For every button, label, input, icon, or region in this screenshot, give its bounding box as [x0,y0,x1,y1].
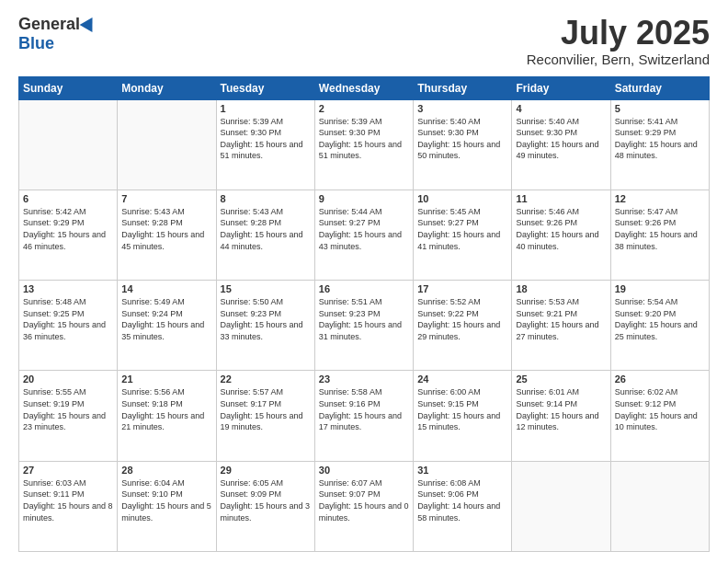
day-info: Sunrise: 5:50 AMSunset: 9:23 PMDaylight:… [221,297,303,341]
day-number: 4 [516,103,606,114]
day-info: Sunrise: 5:39 AMSunset: 9:30 PMDaylight:… [319,117,402,161]
day-info: Sunrise: 5:43 AMSunset: 9:28 PMDaylight:… [221,207,303,251]
calendar-header-row: SundayMondayTuesdayWednesdayThursdayFrid… [19,76,710,99]
day-number: 19 [615,283,705,294]
day-info: Sunrise: 6:05 AMSunset: 9:09 PMDaylight:… [221,478,311,523]
day-number: 21 [121,373,211,385]
day-number: 16 [319,283,409,294]
calendar-cell: 26Sunrise: 6:02 AMSunset: 9:12 PMDayligh… [610,371,709,461]
day-info: Sunrise: 6:01 AMSunset: 9:14 PMDaylight:… [516,387,598,431]
calendar-cell: 25Sunrise: 6:01 AMSunset: 9:14 PMDayligh… [512,371,610,461]
calendar-cell: 5Sunrise: 5:41 AMSunset: 9:29 PMDaylight… [610,99,709,190]
day-number: 5 [615,103,705,114]
day-number: 12 [615,193,705,204]
day-number: 22 [221,373,311,385]
calendar-cell: 1Sunrise: 5:39 AMSunset: 9:30 PMDaylight… [216,99,314,190]
calendar-header-monday: Monday [118,76,216,99]
day-info: Sunrise: 5:46 AMSunset: 9:26 PMDaylight:… [516,207,598,251]
calendar-cell: 18Sunrise: 5:53 AMSunset: 9:21 PMDayligh… [512,281,610,371]
calendar-header-wednesday: Wednesday [314,76,413,99]
day-info: Sunrise: 6:03 AMSunset: 9:11 PMDaylight:… [23,478,113,523]
calendar-cell: 29Sunrise: 6:05 AMSunset: 9:09 PMDayligh… [216,461,314,551]
logo-blue-text: Blue [18,34,54,53]
day-number: 18 [516,283,606,294]
calendar-cell: 19Sunrise: 5:54 AMSunset: 9:20 PMDayligh… [610,281,709,371]
day-info: Sunrise: 5:41 AMSunset: 9:29 PMDaylight:… [615,117,698,161]
calendar-week-4: 20Sunrise: 5:55 AMSunset: 9:19 PMDayligh… [19,371,710,461]
calendar-cell: 23Sunrise: 5:58 AMSunset: 9:16 PMDayligh… [314,371,413,461]
day-number: 25 [516,373,606,385]
day-number: 13 [23,283,113,294]
day-number: 14 [121,283,211,294]
day-info: Sunrise: 5:56 AMSunset: 9:18 PMDaylight:… [121,387,204,431]
day-number: 7 [121,193,211,204]
calendar-cell: 22Sunrise: 5:57 AMSunset: 9:17 PMDayligh… [216,371,314,461]
calendar-cell: 16Sunrise: 5:51 AMSunset: 9:23 PMDayligh… [314,281,413,371]
calendar-cell [118,99,216,190]
day-info: Sunrise: 5:40 AMSunset: 9:30 PMDaylight:… [516,117,598,161]
day-number: 20 [23,373,113,385]
location-subtitle: Reconvilier, Bern, Switzerland [527,52,710,67]
calendar-cell: 7Sunrise: 5:43 AMSunset: 9:28 PMDaylight… [118,190,216,280]
day-info: Sunrise: 5:43 AMSunset: 9:28 PMDaylight:… [121,207,204,251]
day-info: Sunrise: 5:47 AMSunset: 9:26 PMDaylight:… [615,207,698,251]
calendar-cell: 28Sunrise: 6:04 AMSunset: 9:10 PMDayligh… [118,461,216,551]
day-number: 29 [221,465,311,476]
day-number: 31 [417,465,507,476]
day-info: Sunrise: 5:45 AMSunset: 9:27 PMDaylight:… [417,207,500,251]
day-number: 17 [417,283,507,294]
month-year-title: July 2025 [527,15,710,52]
day-number: 30 [319,465,409,476]
day-info: Sunrise: 5:53 AMSunset: 9:21 PMDaylight:… [516,297,598,341]
day-info: Sunrise: 6:08 AMSunset: 9:06 PMDaylight:… [417,478,500,523]
calendar-cell: 20Sunrise: 5:55 AMSunset: 9:19 PMDayligh… [19,371,118,461]
calendar-cell: 13Sunrise: 5:48 AMSunset: 9:25 PMDayligh… [19,281,118,371]
day-info: Sunrise: 5:49 AMSunset: 9:24 PMDaylight:… [121,297,204,341]
calendar-cell: 10Sunrise: 5:45 AMSunset: 9:27 PMDayligh… [414,190,512,280]
day-number: 27 [23,465,113,476]
calendar-cell [512,461,610,551]
calendar-cell: 15Sunrise: 5:50 AMSunset: 9:23 PMDayligh… [216,281,314,371]
calendar-cell: 6Sunrise: 5:42 AMSunset: 9:29 PMDaylight… [19,190,118,280]
logo: General Blue [18,15,97,53]
calendar-cell: 4Sunrise: 5:40 AMSunset: 9:30 PMDaylight… [512,99,610,190]
day-info: Sunrise: 6:02 AMSunset: 9:12 PMDaylight:… [615,387,698,431]
page: General Blue July 2025 Reconvilier, Bern… [0,0,728,563]
day-number: 10 [417,193,507,204]
day-number: 23 [319,373,409,385]
day-info: Sunrise: 5:51 AMSunset: 9:23 PMDaylight:… [319,297,402,341]
day-number: 26 [615,373,705,385]
calendar-table: SundayMondayTuesdayWednesdayThursdayFrid… [18,76,710,552]
calendar-header-sunday: Sunday [19,76,118,99]
day-info: Sunrise: 5:48 AMSunset: 9:25 PMDaylight:… [23,297,106,341]
calendar-cell: 14Sunrise: 5:49 AMSunset: 9:24 PMDayligh… [118,281,216,371]
calendar-header-tuesday: Tuesday [216,76,314,99]
calendar-cell: 21Sunrise: 5:56 AMSunset: 9:18 PMDayligh… [118,371,216,461]
day-info: Sunrise: 5:52 AMSunset: 9:22 PMDaylight:… [417,297,500,341]
calendar-week-1: 1Sunrise: 5:39 AMSunset: 9:30 PMDaylight… [19,99,710,190]
calendar-cell: 11Sunrise: 5:46 AMSunset: 9:26 PMDayligh… [512,190,610,280]
calendar-header-saturday: Saturday [610,76,709,99]
day-info: Sunrise: 5:40 AMSunset: 9:30 PMDaylight:… [417,117,500,161]
calendar-week-3: 13Sunrise: 5:48 AMSunset: 9:25 PMDayligh… [19,281,710,371]
calendar-cell: 24Sunrise: 6:00 AMSunset: 9:15 PMDayligh… [414,371,512,461]
day-number: 24 [417,373,507,385]
calendar-cell: 12Sunrise: 5:47 AMSunset: 9:26 PMDayligh… [610,190,709,280]
day-info: Sunrise: 6:00 AMSunset: 9:15 PMDaylight:… [417,387,500,431]
calendar-cell [610,461,709,551]
day-number: 15 [221,283,311,294]
title-section: July 2025 Reconvilier, Bern, Switzerland [527,15,710,67]
logo-general-text: General [18,15,80,34]
calendar-cell: 17Sunrise: 5:52 AMSunset: 9:22 PMDayligh… [414,281,512,371]
calendar-cell: 27Sunrise: 6:03 AMSunset: 9:11 PMDayligh… [19,461,118,551]
calendar-header-thursday: Thursday [414,76,512,99]
day-number: 28 [121,465,211,476]
day-number: 8 [221,193,311,204]
calendar-cell: 31Sunrise: 6:08 AMSunset: 9:06 PMDayligh… [414,461,512,551]
day-number: 11 [516,193,606,204]
day-number: 3 [417,103,507,114]
day-number: 9 [319,193,409,204]
day-info: Sunrise: 6:07 AMSunset: 9:07 PMDaylight:… [319,478,409,523]
calendar-cell: 2Sunrise: 5:39 AMSunset: 9:30 PMDaylight… [314,99,413,190]
day-info: Sunrise: 5:44 AMSunset: 9:27 PMDaylight:… [319,207,402,251]
